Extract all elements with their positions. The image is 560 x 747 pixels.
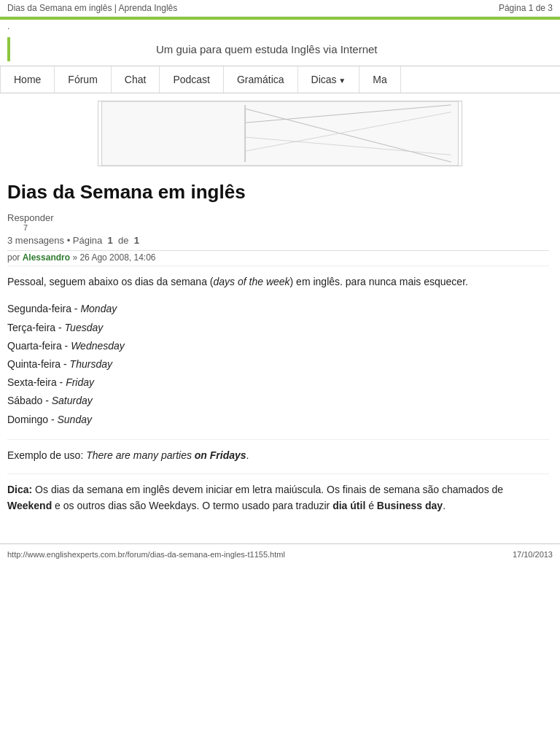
nav-item-gramatica[interactable]: Gramática bbox=[224, 66, 298, 93]
day-pt-5: Sábado bbox=[7, 395, 42, 406]
page-of: de bbox=[118, 235, 128, 246]
nav-item-forum[interactable]: Fórum bbox=[55, 66, 111, 93]
svg-rect-0 bbox=[102, 101, 459, 166]
dica-section: Dica: Os dias da semana em inglês devem … bbox=[7, 473, 549, 514]
example-label: Exemplo de uso: bbox=[7, 449, 83, 461]
post-author-link[interactable]: Alessandro bbox=[23, 252, 70, 263]
day-en-5: Saturday bbox=[52, 395, 93, 406]
intro-italic: days of the week bbox=[214, 276, 290, 287]
dica-text1: Os dias da semana em inglês devem inicia… bbox=[32, 484, 503, 495]
messages-pagination: 3 mensagens • Página 1 de 1 bbox=[7, 235, 549, 251]
day-friday: Sexta-feira - Friday bbox=[7, 374, 549, 392]
respond-section: Responder 7 bbox=[7, 212, 549, 232]
nav-item-chat[interactable]: Chat bbox=[112, 66, 160, 93]
nav-link-forum[interactable]: Fórum bbox=[55, 66, 111, 93]
nav-item-podcast[interactable]: Podcast bbox=[160, 66, 224, 93]
nav-link-dicas[interactable]: Dicas bbox=[298, 66, 360, 93]
dica-weekend: Weekend bbox=[7, 500, 52, 511]
example-italic: There are many parties bbox=[86, 449, 195, 461]
day-sep-6: - bbox=[48, 414, 57, 425]
banner-image bbox=[98, 101, 462, 166]
nav-link-gramatica[interactable]: Gramática bbox=[224, 66, 298, 93]
day-sep-3: - bbox=[61, 358, 69, 370]
post-body: Pessoal, seguem abaixo os dias da semana… bbox=[7, 274, 549, 514]
day-en-1: Tuesday bbox=[65, 322, 104, 333]
svg-rect-5 bbox=[244, 105, 246, 162]
days-list: Segunda-feira - Monday Terça-feira - Tue… bbox=[7, 300, 549, 428]
page-number: 1 bbox=[108, 235, 113, 246]
day-tuesday: Terça-feira - Tuesday bbox=[7, 319, 549, 337]
messages-info: 3 mensagens • Página bbox=[7, 235, 102, 246]
site-header: Um guia para quem estuda Inglês via Inte… bbox=[7, 37, 553, 61]
footer-url: http://www.englishexperts.com.br/forum/d… bbox=[7, 550, 285, 559]
main-content: Dias da Semana em inglês Responder 7 3 m… bbox=[0, 174, 560, 522]
day-sep-2: - bbox=[62, 340, 71, 352]
day-pt-2: Quarta-feira bbox=[7, 340, 62, 352]
top-bar: Dias da Semana em inglês | Aprenda Inglê… bbox=[0, 0, 560, 17]
intro-paragraph: Pessoal, seguem abaixo os dias da semana… bbox=[7, 274, 549, 290]
nav-item-home[interactable]: Home bbox=[0, 66, 55, 93]
page-total: 1 bbox=[134, 235, 139, 246]
example-bold-italic: on Fridays bbox=[195, 449, 246, 461]
respond-count: 7 bbox=[23, 223, 549, 232]
intro-end: ) em inglês. para nunca mais esquecer. bbox=[290, 276, 468, 287]
dica-e: é bbox=[365, 500, 377, 511]
day-sunday: Domingo - Sunday bbox=[7, 411, 549, 429]
page-title: Dias da Semana em inglês bbox=[7, 181, 549, 204]
nav-link-home[interactable]: Home bbox=[0, 66, 55, 93]
dot-separator: . bbox=[0, 20, 560, 33]
nav-item-more[interactable]: Ma bbox=[359, 66, 400, 93]
post-by: por bbox=[7, 252, 20, 263]
day-thursday: Quinta-feira - Thursday bbox=[7, 355, 549, 374]
dica-end: . bbox=[443, 500, 446, 511]
nav-link-chat[interactable]: Chat bbox=[112, 66, 160, 93]
day-en-3: Thursday bbox=[70, 358, 112, 370]
dica-text2: e os outros dias são Weekdays. O termo u… bbox=[52, 500, 332, 511]
intro-text: Pessoal, seguem abaixo os dias da semana… bbox=[7, 276, 214, 287]
day-sep-5: - bbox=[42, 395, 51, 406]
day-pt-3: Quinta-feira bbox=[7, 358, 61, 370]
page-footer: http://www.englishexperts.com.br/forum/d… bbox=[0, 543, 560, 565]
nav-item-dicas[interactable]: Dicas bbox=[298, 66, 360, 93]
main-nav: Home Fórum Chat Podcast Gramática Dicas … bbox=[0, 66, 560, 93]
page-browser-title: Dias da Semana em inglês | Aprenda Inglê… bbox=[7, 3, 177, 13]
dica-label: Dica: bbox=[7, 484, 32, 495]
example-end: . bbox=[246, 449, 249, 461]
dica-businessday: Business day bbox=[377, 500, 443, 511]
day-en-2: Wednesday bbox=[71, 340, 125, 352]
day-pt-6: Domingo bbox=[7, 414, 48, 425]
day-pt-4: Sexta-feira bbox=[7, 376, 57, 388]
day-en-4: Friday bbox=[66, 376, 94, 388]
page-pagination: Página 1 de 3 bbox=[499, 3, 553, 13]
day-sep-4: - bbox=[57, 376, 66, 388]
site-tagline: Um guia para quem estuda Inglês via Inte… bbox=[156, 43, 378, 55]
example-section: Exemplo de uso: There are many parties o… bbox=[7, 439, 549, 463]
nav-link-more[interactable]: Ma bbox=[359, 66, 400, 93]
post-date: » 26 Ago 2008, 14:06 bbox=[72, 252, 155, 263]
day-sep-0: - bbox=[71, 303, 80, 314]
day-wednesday: Quarta-feira - Wednesday bbox=[7, 337, 549, 355]
day-pt-0: Segunda-feira bbox=[7, 303, 71, 314]
day-monday: Segunda-feira - Monday bbox=[7, 300, 549, 318]
day-en-6: Sunday bbox=[57, 414, 91, 425]
respond-label[interactable]: Responder bbox=[7, 212, 54, 223]
footer-date: 17/10/2013 bbox=[513, 550, 553, 559]
day-sep-1: - bbox=[55, 322, 64, 333]
dica-diautil: dia útil bbox=[332, 500, 365, 511]
post-meta: por Alessandro » 26 Ago 2008, 14:06 bbox=[7, 252, 549, 266]
day-en-0: Monday bbox=[80, 303, 117, 314]
day-pt-1: Terça-feira bbox=[7, 322, 55, 333]
nav-link-podcast[interactable]: Podcast bbox=[160, 66, 224, 93]
day-saturday: Sábado - Saturday bbox=[7, 392, 549, 410]
